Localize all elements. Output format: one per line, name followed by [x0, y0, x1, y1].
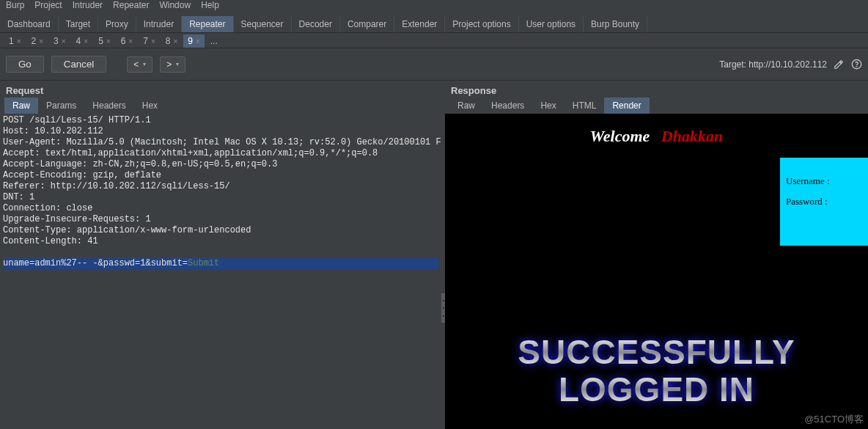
menu-project[interactable]: Project — [34, 0, 62, 10]
nav-back-button[interactable]: <▾ — [127, 56, 152, 73]
response-tab-raw[interactable]: Raw — [449, 98, 483, 114]
response-tab-headers[interactable]: Headers — [483, 98, 532, 114]
tab-num-7[interactable]: 7× — [139, 34, 160, 48]
tab-decoder[interactable]: Decoder — [292, 16, 340, 32]
target-label: Target: http://10.10.202.112 — [719, 59, 827, 70]
request-tab-params[interactable]: Params — [38, 98, 84, 114]
chevron-down-icon: ▾ — [176, 61, 179, 67]
request-tab-raw[interactable]: Raw — [4, 98, 38, 114]
close-icon[interactable]: × — [128, 37, 133, 45]
tab-num-4[interactable]: 4× — [72, 34, 93, 48]
watermark: @51CTO博客 — [804, 413, 864, 426]
menu-repeater[interactable]: Repeater — [113, 0, 149, 10]
response-render: Welcome Dhakkan Username : Password : SU… — [445, 114, 868, 429]
tab-num-5[interactable]: 5× — [94, 34, 115, 48]
close-icon[interactable]: × — [106, 37, 111, 45]
chevron-down-icon: ▾ — [143, 61, 146, 67]
tab-extender[interactable]: Extender — [394, 16, 445, 32]
cancel-button[interactable]: Cancel — [51, 56, 107, 73]
tab-more[interactable]: ... — [206, 34, 222, 48]
close-icon[interactable]: × — [151, 37, 155, 45]
tab-proxy[interactable]: Proxy — [98, 16, 136, 32]
request-sub-tabs: RawParamsHeadersHex — [0, 98, 441, 114]
response-title: Response — [445, 81, 868, 98]
request-tab-headers[interactable]: Headers — [84, 98, 133, 114]
num-tabs: 1×2×3×4×5×6×7×8×9×... — [0, 33, 868, 48]
menu-window[interactable]: Window — [159, 0, 191, 10]
edit-target-icon[interactable] — [833, 59, 845, 70]
tab-burp-bounty[interactable]: Burp Bounty — [584, 16, 647, 32]
tab-num-9[interactable]: 9× — [183, 34, 205, 48]
request-raw[interactable]: POST /sqli/Less-15/ HTTP/1.1 Host: 10.10… — [0, 114, 441, 429]
toolbar: Go Cancel <▾ >▾ Target: http://10.10.202… — [0, 48, 868, 81]
request-tab-hex[interactable]: Hex — [134, 98, 166, 114]
go-button[interactable]: Go — [6, 56, 44, 73]
close-icon[interactable]: × — [84, 37, 88, 45]
close-icon[interactable]: × — [62, 37, 66, 45]
tab-target[interactable]: Target — [59, 16, 98, 32]
tab-num-6[interactable]: 6× — [117, 34, 138, 48]
tab-comparer[interactable]: Comparer — [340, 16, 394, 32]
username-label: Username : — [786, 175, 862, 187]
help-icon[interactable] — [850, 59, 862, 70]
welcome-text: Welcome — [590, 127, 650, 145]
main-tabs: DashboardTargetProxyIntruderRepeaterSequ… — [0, 16, 868, 33]
menubar: BurpProjectIntruderRepeaterWindowHelp — [0, 0, 868, 12]
menu-help[interactable]: Help — [201, 0, 219, 10]
tab-dashboard[interactable]: Dashboard — [0, 16, 59, 32]
response-sub-tabs: RawHeadersHexHTMLRender — [445, 98, 868, 114]
close-icon[interactable]: × — [196, 37, 200, 45]
password-label: Password : — [786, 196, 862, 208]
tab-repeater[interactable]: Repeater — [182, 16, 233, 32]
close-icon[interactable]: × — [17, 37, 21, 45]
tab-intruder[interactable]: Intruder — [136, 16, 182, 32]
tab-num-1[interactable]: 1× — [4, 34, 26, 48]
tab-num-8[interactable]: 8× — [161, 34, 183, 48]
login-box: Username : Password : — [780, 158, 868, 246]
success-banner: SUCCESSFULLY SUCCESSFULLY LOGGED IN LOGG… — [445, 334, 868, 408]
tab-num-3[interactable]: 3× — [49, 34, 70, 48]
tab-sequencer[interactable]: Sequencer — [234, 16, 292, 32]
menu-burp[interactable]: Burp — [6, 0, 24, 10]
tab-num-2[interactable]: 2× — [27, 34, 48, 48]
request-body-prefix: uname=admin%27-- -&passwd=1&submit= — [3, 258, 188, 268]
welcome-banner: Welcome Dhakkan — [445, 127, 868, 146]
response-tab-hex[interactable]: Hex — [532, 98, 564, 114]
close-icon[interactable]: × — [39, 37, 43, 45]
welcome-name: Dhakkan — [661, 127, 723, 145]
close-icon[interactable]: × — [173, 37, 177, 45]
request-title: Request — [0, 81, 441, 98]
response-tab-html[interactable]: HTML — [564, 98, 605, 114]
request-body-submit: Submit — [188, 258, 219, 268]
tab-user-options[interactable]: User options — [519, 16, 584, 32]
svg-point-1 — [856, 66, 857, 67]
request-headers: POST /sqli/Less-15/ HTTP/1.1 Host: 10.10… — [3, 115, 441, 246]
tab-project-options[interactable]: Project options — [445, 16, 518, 32]
response-tab-render[interactable]: Render — [604, 98, 649, 114]
nav-fwd-button[interactable]: >▾ — [160, 56, 185, 73]
menu-intruder[interactable]: Intruder — [73, 0, 103, 10]
